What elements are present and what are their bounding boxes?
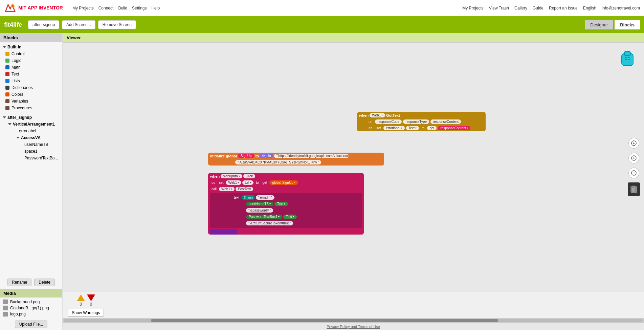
nav-build[interactable]: Build [118, 6, 127, 10]
blocks-button[interactable]: Blocks [615, 20, 640, 29]
dict-color [5, 86, 9, 90]
screen-selector[interactable]: after_signup [28, 20, 59, 29]
signup-pill[interactable]: SignUp [238, 154, 254, 158]
svg-point-3 [12, 5, 14, 7]
bottom-bar: 0 0 Show Warnings [63, 291, 644, 318]
block-web-gottext[interactable]: when Web1 ▾ GotText url responseCode res… [357, 112, 486, 131]
return-secure-pill: " &returnSecureToken=true " [246, 221, 293, 225]
nav-report[interactable]: Report an Issue [549, 6, 578, 10]
accessva-group[interactable]: AccessVA [14, 134, 62, 141]
sidebar-item-dictionaries[interactable]: Dictionaries [0, 84, 62, 91]
media-file-icon [3, 300, 8, 304]
init-label: initialize global [210, 154, 237, 158]
text2-pill[interactable]: Text ▾ [274, 202, 288, 206]
nav-connect[interactable]: Connect [98, 6, 114, 10]
logic-color [5, 59, 9, 63]
nav-guide[interactable]: Guide [533, 6, 543, 10]
web1d-pill[interactable]: Web1 ▾ [219, 187, 235, 191]
rc2-pill[interactable]: responseContent ▾ [438, 126, 470, 130]
global-signup-pill[interactable]: global SignUp ▾ [269, 180, 298, 185]
nav-gallery[interactable]: Gallery [514, 6, 527, 10]
email-pill[interactable]: " email= " [256, 195, 274, 200]
warning-triangle-icon[interactable] [77, 294, 85, 301]
delete-button[interactable]: Delete [34, 279, 55, 286]
text3-pill[interactable]: Text ▾ [283, 215, 297, 219]
block-init-global[interactable]: initialize global SignUp to ⚙ join " htt… [208, 153, 384, 166]
web1-pill[interactable]: Web1 ▾ [370, 113, 385, 117]
media-item-goldandb[interactable]: GoldandB...go(1).png [3, 305, 60, 311]
nav-my-projects[interactable]: My Projects [72, 6, 94, 10]
sidebar-item-colors[interactable]: Colors [0, 91, 62, 98]
click-pill[interactable]: Click [243, 174, 256, 178]
passwordbox-pill[interactable]: PasswordTextBox1 ▾ [246, 215, 282, 219]
nav-help[interactable]: Help [151, 6, 160, 10]
web1c-pill[interactable]: Web1 ▾ [226, 180, 241, 185]
signupbtn-pill[interactable]: signupbtn ▾ [221, 174, 242, 178]
right-controls [628, 138, 640, 196]
zoom-out-button[interactable] [628, 168, 639, 178]
upload-file-button[interactable]: Upload File... [15, 321, 48, 328]
nav-view-trash[interactable]: View Trash [489, 6, 509, 10]
get-pill[interactable]: get [427, 126, 437, 130]
sidebar-item-variables[interactable]: Variables [0, 98, 62, 105]
math-color [5, 65, 9, 69]
va-expand-icon [8, 123, 12, 125]
url-label-pill[interactable]: Url ▾ [242, 180, 253, 185]
builtin-section: Built-in Control Logic Math Text [0, 42, 62, 113]
warning-count: 0 [80, 302, 82, 307]
nav-language[interactable]: English [583, 6, 596, 10]
join-pill[interactable]: ⚙ join [260, 154, 273, 158]
sidebar-item-procedures[interactable]: Procedures [0, 105, 62, 111]
media-file-icon [3, 312, 8, 316]
username-tb-pill[interactable]: userNameTB ▾ [246, 202, 273, 206]
builtin-group[interactable]: Built-in [0, 44, 62, 50]
center-view-button[interactable] [628, 138, 639, 149]
sidebar-item-logic[interactable]: Logic [0, 57, 62, 64]
screen-section: after_signup VerticalArrangement1 errorl… [0, 113, 62, 163]
join-icon-pill[interactable]: ⚙ join [242, 195, 255, 200]
sidebar-item-errorlabel[interactable]: errorlabel [14, 128, 62, 134]
sidebar-item-space1[interactable]: space1 [19, 148, 62, 155]
posttext-pill[interactable]: PostText [236, 187, 253, 191]
vertical-arrangement-group[interactable]: VerticalArrangement1 [5, 121, 62, 128]
zoom-in-button[interactable] [628, 153, 639, 163]
sidebar-scroll[interactable]: Built-in Control Logic Math Text [0, 42, 62, 276]
errorlabel-pill[interactable]: errorlabel ▾ [383, 126, 404, 130]
responsecontent-pill[interactable]: responseContent [430, 119, 461, 124]
logo: MIT APP INVENTOR [4, 2, 63, 14]
sidebar-item-lists[interactable]: Lists [0, 78, 62, 84]
sidebar-item-text[interactable]: Text [0, 71, 62, 78]
trash-button[interactable] [628, 182, 640, 196]
viewer-scrollbar[interactable] [63, 318, 644, 323]
sidebar-item-control[interactable]: Control [0, 50, 62, 57]
to-label-init: to [256, 154, 259, 158]
nav-account[interactable]: info@zenotravel.com [602, 6, 640, 10]
sidebar-item-math[interactable]: Math [0, 64, 62, 71]
key-value-pill: " AlzaSyAkJ4CX7KMA5sXYOsRjTSYzRGhNoKJI4r… [235, 160, 321, 164]
text-pill[interactable]: Text ▾ [406, 126, 419, 130]
join-block: text ⚙ join " email= " userNameTB ▾ [210, 193, 362, 228]
media-item-logo[interactable]: logo.png [3, 311, 60, 317]
sidebar-item-usernametb[interactable]: userNameTB [19, 141, 62, 148]
sidebar-item-passwordtextbo[interactable]: PasswordTextBo... [19, 155, 62, 161]
screen-group[interactable]: after_signup [0, 114, 62, 121]
nav-settings[interactable]: Settings [132, 6, 147, 10]
lists-color [5, 79, 9, 83]
backpack-icon[interactable] [619, 49, 636, 69]
show-warnings-button[interactable]: Show Warnings [68, 309, 104, 317]
scrollbar-thumb[interactable] [151, 319, 498, 322]
add-screen-button[interactable]: Add Screen... [62, 20, 95, 29]
privacy-link[interactable]: Privacy Policy and Terms of Use [327, 325, 380, 329]
block-when-click[interactable]: when signupbtn ▾ Click do set Web1 ▾ [208, 173, 364, 235]
responsetype-pill[interactable]: responseType [403, 119, 429, 124]
rename-button[interactable]: Rename [7, 279, 31, 286]
media-item-background[interactable]: Background.png [3, 299, 60, 305]
designer-button[interactable]: Designer [585, 20, 613, 29]
main-content: Blocks Built-in Control Logic [0, 33, 644, 330]
responsecode-pill[interactable]: responseCode [375, 119, 402, 124]
viewer-canvas[interactable]: when Web1 ▾ GotText url responseCode res… [63, 43, 644, 291]
nav-my-projects-right[interactable]: My Projects [462, 6, 484, 10]
error-triangle-icon[interactable] [87, 294, 95, 301]
nav-right: My Projects View Trash Gallery Guide Rep… [462, 6, 640, 10]
remove-screen-button[interactable]: Remove Screen [98, 20, 136, 29]
